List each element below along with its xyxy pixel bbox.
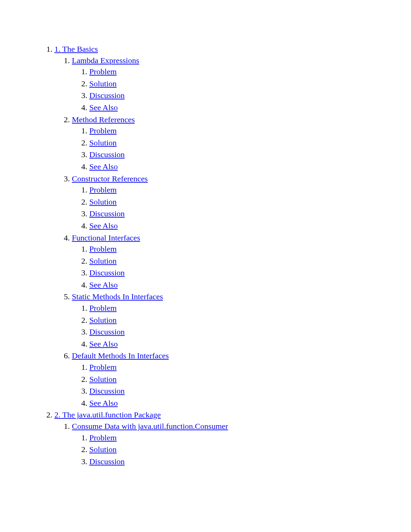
toc-link-discussion[interactable]: Discussion <box>89 150 125 159</box>
toc-subsection: Problem <box>89 362 411 373</box>
toc-link-solution[interactable]: Solution <box>89 257 117 265</box>
toc-link-constructor-references[interactable]: Constructor References <box>72 174 148 183</box>
toc-link-discussion[interactable]: Discussion <box>89 457 125 466</box>
toc-subsection: See Also <box>89 398 411 409</box>
toc-subsection: Solution <box>89 315 411 326</box>
toc-section: Constructor References Problem Solution … <box>72 173 411 232</box>
toc-subsections: Problem Solution Discussion See Also <box>72 362 411 409</box>
toc-subsection: Discussion <box>89 326 411 338</box>
toc-link-solution[interactable]: Solution <box>89 138 117 147</box>
toc-subsections: Problem Solution Discussion <box>72 432 411 468</box>
toc-link-solution[interactable]: Solution <box>89 316 117 324</box>
toc-link-problem[interactable]: Problem <box>89 126 117 135</box>
toc-link-static-methods[interactable]: Static Methods In Interfaces <box>72 292 163 301</box>
toc-subsection: Problem <box>89 303 411 314</box>
toc-link-functional-interfaces[interactable]: Functional Interfaces <box>72 233 140 242</box>
toc-link-see-also[interactable]: See Also <box>89 399 118 407</box>
toc-subsection: Solution <box>89 196 411 208</box>
toc-link-solution[interactable]: Solution <box>89 197 117 206</box>
toc-link-see-also[interactable]: See Also <box>89 162 118 171</box>
toc-link-function-package[interactable]: 2. The java.util.function Package <box>54 410 161 419</box>
toc-subsection: Problem <box>89 125 411 137</box>
toc-link-discussion[interactable]: Discussion <box>89 209 125 218</box>
toc-subsection: Problem <box>89 184 411 196</box>
toc-link-default-methods[interactable]: Default Methods In Interfaces <box>72 351 169 360</box>
toc-subsection: See Also <box>89 339 411 350</box>
toc-link-discussion[interactable]: Discussion <box>89 91 125 100</box>
toc-subsections: Problem Solution Discussion See Also <box>72 303 411 350</box>
toc-subsection: Solution <box>89 256 411 267</box>
toc-subsection: Solution <box>89 137 411 149</box>
toc-link-solution[interactable]: Solution <box>89 79 117 88</box>
toc-subsection: Problem <box>89 66 411 78</box>
toc-subsection: See Also <box>89 102 411 114</box>
toc-subsection: Solution <box>89 444 411 455</box>
toc-subsection: Solution <box>89 78 411 90</box>
toc-link-the-basics[interactable]: 1. The Basics <box>54 45 98 53</box>
toc-link-problem[interactable]: Problem <box>89 304 117 312</box>
toc-subsection: Discussion <box>89 456 411 468</box>
toc-sections-ch1: Lambda Expressions Problem Solution Disc… <box>54 55 411 409</box>
toc-root: 1. The Basics Lambda Expressions Problem… <box>37 44 411 467</box>
toc-link-see-also[interactable]: See Also <box>89 280 118 289</box>
toc-section: Consume Data with java.util.function.Con… <box>72 421 411 467</box>
toc-subsection: Discussion <box>89 149 411 161</box>
toc-subsection: Problem <box>89 432 411 444</box>
toc-link-problem[interactable]: Problem <box>89 245 117 253</box>
toc-section: Default Methods In Interfaces Problem So… <box>72 350 411 409</box>
toc-link-see-also[interactable]: See Also <box>89 340 118 348</box>
toc-link-method-references[interactable]: Method References <box>72 115 135 124</box>
toc-section: Lambda Expressions Problem Solution Disc… <box>72 55 411 114</box>
toc-link-problem[interactable]: Problem <box>89 185 117 194</box>
toc-subsections: Problem Solution Discussion See Also <box>72 184 411 231</box>
toc-subsection: Discussion <box>89 267 411 279</box>
toc-link-problem[interactable]: Problem <box>89 433 117 442</box>
toc-subsection: Problem <box>89 243 411 255</box>
toc-section: Static Methods In Interfaces Problem Sol… <box>72 291 411 350</box>
toc-chapter-2: 2. The java.util.function Package Consum… <box>54 409 411 467</box>
toc-subsections: Problem Solution Discussion See Also <box>72 66 411 113</box>
toc-subsection: See Also <box>89 220 411 232</box>
toc-link-solution[interactable]: Solution <box>89 375 117 384</box>
toc-section: Functional Interfaces Problem Solution D… <box>72 232 411 291</box>
toc-link-problem[interactable]: Problem <box>89 363 117 371</box>
toc-section: Method References Problem Solution Discu… <box>72 114 411 173</box>
toc-subsection: Discussion <box>89 386 411 397</box>
toc-subsection: Discussion <box>89 208 411 220</box>
toc-subsection: See Also <box>89 279 411 291</box>
toc-chapter-1: 1. The Basics Lambda Expressions Problem… <box>54 44 411 409</box>
toc-link-problem[interactable]: Problem <box>89 67 117 76</box>
toc-link-discussion[interactable]: Discussion <box>89 387 125 395</box>
toc-link-see-also[interactable]: See Also <box>89 221 118 230</box>
toc-sections-ch2: Consume Data with java.util.function.Con… <box>54 421 411 467</box>
toc-subsection: Solution <box>89 374 411 385</box>
toc-link-solution[interactable]: Solution <box>89 445 117 454</box>
toc-link-discussion[interactable]: Discussion <box>89 268 125 277</box>
toc-link-lambda-expressions[interactable]: Lambda Expressions <box>72 56 139 65</box>
toc-link-consumer[interactable]: Consume Data with java.util.function.Con… <box>72 422 228 431</box>
toc-subsections: Problem Solution Discussion See Also <box>72 243 411 291</box>
toc-subsection: See Also <box>89 161 411 173</box>
toc-link-discussion[interactable]: Discussion <box>89 327 125 336</box>
toc-subsection: Discussion <box>89 90 411 101</box>
toc-subsections: Problem Solution Discussion See Also <box>72 125 411 172</box>
toc-link-see-also[interactable]: See Also <box>89 103 118 112</box>
